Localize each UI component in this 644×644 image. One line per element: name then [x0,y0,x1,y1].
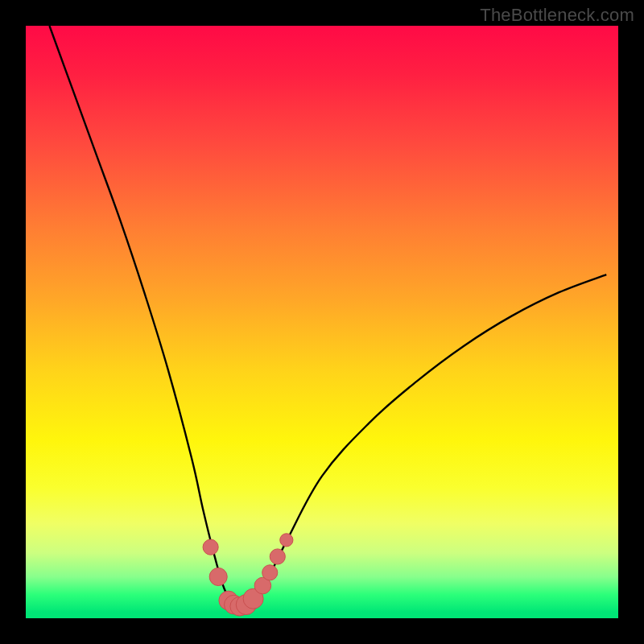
watermark-text: TheBottleneck.com [480,5,634,26]
marker-right-2 [262,565,278,580]
marker-left-top [203,539,218,555]
chart-svg [26,26,618,618]
marker-group [203,534,293,616]
plot-area [26,26,618,618]
marker-right-3 [270,549,285,564]
chart-frame: TheBottleneck.com [0,0,644,644]
marker-right-top [280,534,293,547]
marker-left-mid [209,568,227,585]
bottleneck-curve [49,26,606,606]
